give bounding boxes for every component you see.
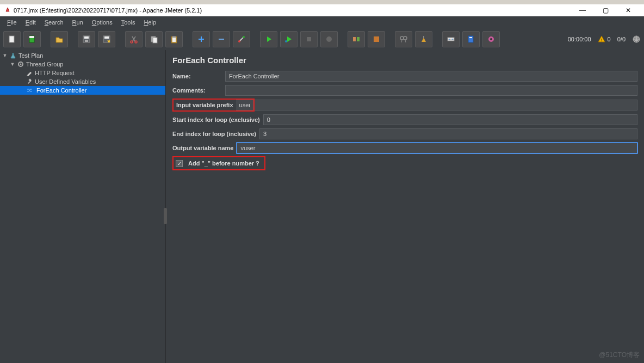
svg-rect-34 (469, 37, 472, 38)
svg-point-9 (135, 41, 137, 43)
tree-item-http-request[interactable]: HTTP Request (0, 69, 165, 77)
comments-input[interactable] (225, 85, 637, 96)
start-notimers-button[interactable] (280, 31, 298, 47)
input-prefix-input[interactable] (236, 100, 253, 110)
svg-rect-11 (153, 38, 157, 43)
add-underscore-checkbox[interactable]: ✓ (176, 160, 183, 167)
svg-point-32 (452, 39, 453, 40)
menu-tools[interactable]: Tools (117, 17, 140, 27)
clearall-button[interactable] (415, 31, 432, 47)
name-input[interactable] (225, 71, 637, 82)
browser-tab-strip (0, 0, 644, 4)
svg-rect-21 (307, 37, 311, 41)
watermark: @51CTO博客 (599, 350, 640, 360)
menu-options[interactable]: Options (88, 17, 117, 27)
menu-run[interactable]: Run (68, 17, 88, 27)
svg-rect-4 (84, 36, 89, 39)
cut-button[interactable] (125, 31, 143, 47)
warning-count: ! 0 (598, 35, 611, 43)
app-icon (4, 7, 11, 14)
toolbar: 00:00:00 ! 0 0/0 (0, 28, 644, 50)
start-index-input[interactable] (263, 114, 637, 125)
svg-rect-13 (172, 38, 176, 42)
add-underscore-label: Add "_" before number ? (185, 158, 262, 168)
paste-button[interactable] (165, 31, 183, 47)
tree-item-test-plan[interactable]: ▼Test Plan (0, 51, 165, 60)
tree-item-thread-group[interactable]: ▼Thread Group (0, 60, 165, 69)
end-index-label: End index for loop (inclusive) (172, 131, 259, 137)
tree-arrow[interactable]: ▼ (2, 53, 8, 58)
end-index-input[interactable] (259, 128, 637, 139)
start-button[interactable] (260, 31, 277, 47)
maximize-button[interactable]: ▢ (594, 5, 617, 16)
search-button[interactable] (442, 31, 460, 47)
start-index-label: Start index for loop (exclusive) (172, 116, 263, 123)
function-button[interactable] (462, 31, 480, 47)
window-title: 0717.jmx (E:\testing\2022\20220717\0717.… (14, 7, 202, 14)
menu-bar: File Edit Search Run Options Tools Help (0, 16, 644, 28)
test-plan-tree[interactable]: ▼Test Plan▼Thread GroupHTTP RequestUser … (0, 50, 166, 363)
svg-text:!: ! (600, 38, 602, 42)
tree-item-label: HTTP Request (35, 70, 75, 76)
name-label: Name: (172, 73, 225, 79)
output-name-input[interactable] (237, 143, 637, 153)
remote-stop-button[interactable] (368, 31, 385, 47)
svg-rect-5 (85, 40, 88, 42)
menu-edit[interactable]: Edit (21, 17, 40, 27)
new-button[interactable] (3, 31, 21, 47)
minimize-button[interactable]: — (571, 5, 594, 16)
close-button[interactable]: ✕ (617, 5, 640, 16)
comments-label: Comments: (172, 87, 225, 94)
svg-point-26 (400, 36, 404, 40)
editor-title: ForEach Controller (172, 56, 637, 65)
tree-arrow[interactable]: ▼ (10, 61, 15, 67)
window-titlebar: 0717.jmx (E:\testing\2022\20220717\0717.… (0, 4, 644, 16)
templates-button[interactable] (23, 31, 41, 47)
expand-button[interactable] (193, 31, 210, 47)
svg-point-19 (243, 36, 245, 38)
save-button[interactable] (78, 31, 95, 47)
remote-start-button[interactable] (348, 31, 365, 47)
copy-button[interactable] (145, 31, 163, 47)
wrench-icon (26, 78, 33, 85)
tree-item-label: Thread Group (26, 61, 63, 67)
shutdown-button[interactable] (320, 31, 338, 47)
svg-point-20 (285, 40, 287, 42)
help-button[interactable] (482, 31, 500, 47)
menu-help[interactable]: Help (139, 17, 160, 27)
toggle-button[interactable] (233, 31, 250, 47)
saveas-button[interactable] (98, 31, 115, 47)
menu-search[interactable]: Search (40, 17, 68, 27)
svg-rect-23 (353, 37, 356, 41)
svg-point-31 (449, 39, 450, 40)
collapse-button[interactable] (213, 31, 230, 47)
status-globe (632, 35, 641, 44)
svg-point-36 (490, 38, 492, 40)
warning-icon: ! (598, 35, 605, 43)
svg-rect-33 (468, 36, 473, 42)
splitter-handle[interactable] (164, 208, 167, 224)
gear-icon (17, 61, 24, 67)
svg-rect-24 (357, 37, 360, 41)
tree-item-label: User Defined Variables (35, 78, 96, 85)
pencil-icon (26, 70, 33, 76)
svg-rect-25 (374, 36, 379, 42)
clear-button[interactable] (395, 31, 412, 47)
svg-rect-2 (29, 36, 34, 38)
svg-rect-7 (104, 36, 109, 39)
svg-point-8 (131, 41, 133, 43)
svg-point-22 (326, 36, 332, 42)
output-name-label: Output variable name (172, 145, 237, 151)
editor-panel: ForEach Controller Name: Comments: Input… (166, 50, 644, 363)
tree-item-user-defined-variables[interactable]: User Defined Variables (0, 77, 165, 86)
svg-point-40 (20, 64, 22, 65)
tree-item-foreach-controller[interactable]: ForEach Controller (0, 86, 165, 95)
stop-button[interactable] (300, 31, 318, 47)
elapsed-time: 00:00:00 (568, 36, 591, 42)
tree-item-label: Test Plan (18, 52, 43, 59)
menu-file[interactable]: File (3, 17, 21, 27)
open-button[interactable] (51, 31, 68, 47)
thread-counter: 0/0 (617, 36, 626, 42)
svg-rect-0 (9, 36, 14, 42)
input-prefix-extended[interactable] (255, 100, 637, 110)
